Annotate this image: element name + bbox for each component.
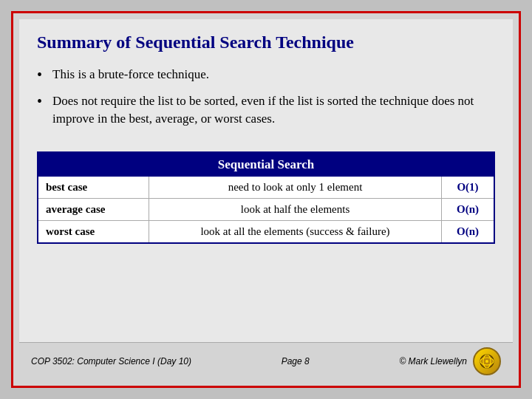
slide-footer: COP 3502: Computer Science I (Day 10) Pa…	[19, 342, 513, 380]
table-row: average case look at half the elements O…	[38, 198, 494, 220]
table-row: worst case look at all the elements (suc…	[38, 220, 494, 242]
search-table: Sequential Search best case need to look…	[37, 151, 495, 244]
table-cell-complexity-0: O(1)	[442, 177, 494, 198]
svg-point-3	[485, 360, 488, 363]
bullet-item-2: • Does not require the list to be sorted…	[37, 92, 495, 128]
table-cell-complexity-2: O(n)	[442, 221, 494, 242]
table-row: best case need to look at only 1 element…	[38, 177, 494, 198]
table-cell-case-1: average case	[38, 199, 149, 220]
bullet-text-2: Does not require the list to be sorted, …	[52, 92, 495, 128]
logo-icon	[479, 353, 495, 369]
bullet-dot-2: •	[37, 91, 42, 112]
slide-container: Summary of Sequential Search Technique •…	[11, 11, 521, 388]
table-cell-desc-2: look at all the elements (success & fail…	[149, 221, 442, 242]
table-cell-case-0: best case	[38, 177, 149, 198]
footer-right-group: © Mark Llewellyn	[399, 347, 501, 375]
table-cell-case-2: worst case	[38, 221, 149, 242]
slide-content: Summary of Sequential Search Technique •…	[19, 19, 513, 342]
slide-title: Summary of Sequential Search Technique	[37, 33, 495, 52]
bullet-text-1: This is a brute-force technique.	[52, 66, 495, 83]
bullet-list: • This is a brute-force technique. • Doe…	[37, 66, 495, 135]
table-body: best case need to look at only 1 element…	[38, 177, 494, 242]
footer-logo	[473, 347, 501, 375]
footer-page: Page 8	[282, 356, 310, 366]
table-cell-desc-1: look at half the elements	[149, 199, 442, 220]
table-cell-desc-0: need to look at only 1 element	[149, 177, 442, 198]
bullet-item-1: • This is a brute-force technique.	[37, 66, 495, 85]
table-cell-complexity-1: O(n)	[442, 199, 494, 220]
footer-copyright: © Mark Llewellyn	[399, 356, 467, 366]
footer-course-info: COP 3502: Computer Science I (Day 10)	[31, 356, 191, 366]
table-header: Sequential Search	[38, 153, 494, 177]
bullet-dot-1: •	[37, 64, 42, 85]
